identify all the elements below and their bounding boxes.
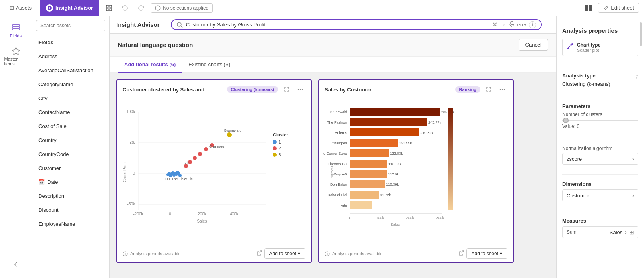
svg-text:Grunewald: Grunewald [224,128,242,132]
svg-point-3 [108,7,110,9]
lang-chevron: ▾ [524,22,527,28]
insight-advisor-tab[interactable]: Insight Advisor [40,0,99,16]
right-panel-scroll[interactable] [640,22,642,46]
field-item-address[interactable]: Address [32,49,109,63]
rp-parameters-title: Parameters [562,103,638,109]
info-icon[interactable]: ℹ [529,21,536,28]
field-item-discount[interactable]: Discount [32,203,109,217]
search-bar: ✕ → en ▾ ℹ [171,19,542,30]
cancel-button[interactable]: Cancel [519,39,548,51]
bar-chart-header: Sales by Customer Ranking [319,80,513,99]
svg-text:Sales: Sales [197,219,207,223]
svg-text:Roba di Piel: Roba di Piel [327,193,347,197]
svg-text:100k: 100k [126,110,135,114]
svg-text:Don Balón: Don Balón [330,183,347,187]
svg-point-57 [204,147,208,151]
fields-header-label: Fields [38,39,54,45]
svg-point-14 [177,22,181,26]
rp-measures-chevron: › [625,229,627,235]
svg-point-120 [568,47,569,49]
rp-slider-thumb[interactable] [563,118,569,123]
svg-rect-80 [350,118,427,126]
field-item-description[interactable]: Description [32,189,109,203]
rp-measures-row: Sum Sales › ⊞ [562,226,638,238]
field-item-avgcall[interactable]: AverageCallSatisfaction [32,63,109,77]
svg-rect-92 [350,160,387,168]
svg-text:Champes: Champes [209,144,225,148]
screenshot-icon-btn[interactable] [103,2,115,14]
lang-selector[interactable]: en ▾ [517,22,527,28]
scatter-expand-btn[interactable] [281,84,292,95]
tab-existing-charts[interactable]: Existing charts (3) [182,57,236,73]
rp-measures-field: Sales [610,229,623,235]
field-item-employeename[interactable]: EmployeeName [32,217,109,231]
rp-norm-row[interactable]: zscore › [562,153,638,165]
rp-analysis-help[interactable]: ? [635,74,638,80]
sidebar-item-fields[interactable]: Fields [2,20,30,41]
top-bar-right: Edit sheet [582,2,639,14]
main-content: Insight Advisor ✕ → en ▾ ℹ [110,16,556,278]
no-selections-badge[interactable]: No selections applied [151,3,213,13]
sidebar-item-master-items[interactable]: Master items [2,43,30,69]
svg-text:Customer: Customer [330,164,334,179]
svg-text:Champes: Champes [331,141,347,145]
field-item-customer[interactable]: Customer [32,161,109,175]
left-sidebar: Fields Master items [0,16,32,278]
field-item-categoryname[interactable]: CategoryName [32,77,109,91]
svg-rect-95 [350,170,387,178]
svg-text:-200k: -200k [133,212,143,216]
rp-dimension-row[interactable]: Customer › [562,189,638,201]
svg-text:The Fashion: The Fashion [327,120,347,124]
svg-rect-86 [350,139,398,147]
grid-layout-btn[interactable] [582,2,595,14]
svg-point-119 [571,43,573,45]
rp-slider[interactable] [562,120,638,121]
scatter-add-sheet-btn[interactable]: Add to sheet ▾ [264,248,305,259]
field-item-countrycode[interactable]: CountryCode [32,147,109,161]
insight-advisor-tab-label: Insight Advisor [55,5,93,11]
bar-expand-btn[interactable] [483,84,494,95]
rp-chart-type-name: Chart type [577,42,600,48]
search-bar-icons: ✕ → en ▾ ℹ [492,21,536,28]
bar-link-icon[interactable] [458,250,464,257]
scatter-link-icon[interactable] [256,250,262,257]
info-circle-icon: i [123,251,128,256]
search-icon [176,22,183,28]
svg-text:i: i [327,252,328,256]
bar-chart-svg: Customer 285.89k Grunewald 243.77k The F… [322,102,510,238]
redo-icon-btn[interactable] [135,2,147,14]
field-item-contactname[interactable]: ContactName [32,105,109,119]
scatter-more-btn[interactable] [295,84,305,95]
rp-measures-grid-icon[interactable]: ⊞ [629,229,634,235]
rp-title: Analysis properties [562,27,638,34]
ia-logo-icon [46,4,53,12]
collapse-sidebar-btn[interactable] [10,258,22,271]
field-item-country[interactable]: Country [32,133,109,147]
bar-more-btn[interactable] [497,84,507,95]
svg-rect-101 [350,191,379,199]
rp-dimensions-title: Dimensions [562,181,638,187]
clear-icon[interactable]: ✕ [492,21,497,28]
ia-header-title: Insight Advisor [116,21,160,28]
undo-icon-btn[interactable] [119,2,131,14]
sidebar-fields-label: Fields [10,34,22,38]
svg-point-75 [504,89,505,90]
svg-text:219.39k: 219.39k [420,131,434,135]
bar-chart-badge: Ranking [455,86,480,93]
nlq-bar: Natural language question Cancel [110,34,556,57]
svg-text:0: 0 [349,216,351,220]
svg-text:122.83k: 122.83k [390,152,403,156]
bar-add-sheet-btn[interactable]: Add to sheet ▾ [466,248,507,259]
tab-additional-results[interactable]: Additional results (6) [118,57,182,73]
search-input[interactable] [36,20,105,31]
assets-tab[interactable]: ⊞ Assets [5,5,36,11]
field-item-city[interactable]: City [32,91,109,105]
search-input-main[interactable] [183,20,492,29]
edit-sheet-btn[interactable]: Edit sheet [598,3,639,13]
fields-search [32,16,109,35]
arrow-icon[interactable]: → [500,21,506,28]
field-item-date[interactable]: 📅 Date [32,175,109,189]
mic-icon[interactable] [509,21,515,28]
field-item-costofsale[interactable]: Cost of Sale [32,119,109,133]
svg-rect-11 [12,27,20,28]
